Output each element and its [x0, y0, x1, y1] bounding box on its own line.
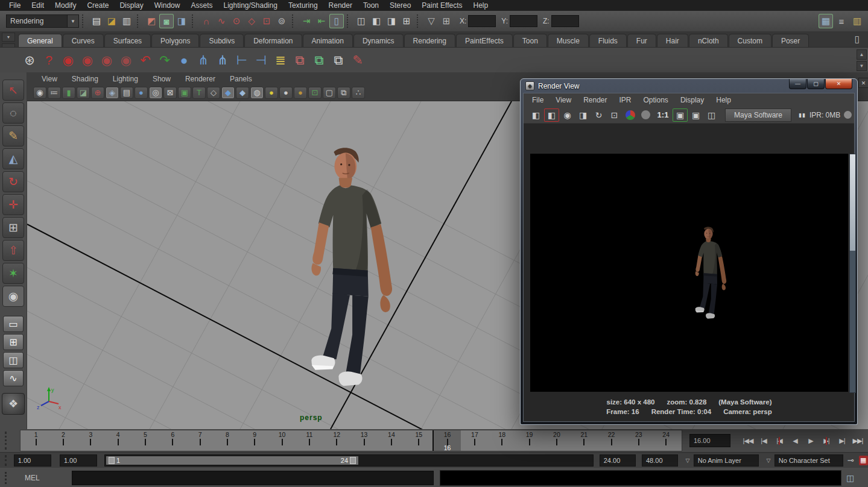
unparent-icon[interactable]: ⊣ — [252, 51, 270, 70]
frame-cell[interactable]: 19 — [516, 430, 543, 451]
z-input[interactable] — [551, 15, 579, 27]
remove-image-button[interactable]: ▣ — [688, 108, 703, 122]
anim-layer-field[interactable]: No Anim Layer — [694, 454, 759, 467]
shelf-tab[interactable]: Hair — [657, 34, 688, 47]
menu-item[interactable]: Window — [149, 0, 186, 11]
region-render-button[interactable]: ⊡ — [607, 108, 622, 122]
step-back-frame-button[interactable]: |◀ — [756, 433, 771, 448]
redo-icon[interactable]: ↷ — [156, 51, 174, 70]
toggle-tool-settings-icon[interactable]: ≡ — [834, 14, 849, 28]
frame-cell[interactable]: 4 — [104, 430, 131, 451]
sculpt-geometry-icon[interactable]: ✎ — [349, 51, 367, 70]
film-gate-icon[interactable]: ▤ — [120, 87, 133, 99]
save-scene-icon[interactable]: ▥ — [119, 14, 134, 28]
safe-action-icon[interactable]: ▣ — [178, 87, 191, 99]
smooth-shade-icon[interactable]: ◆ — [221, 87, 235, 99]
frame-cell[interactable]: 5 — [131, 430, 159, 451]
frame-cell[interactable]: 18 — [489, 430, 516, 451]
step-back-key-button[interactable]: |◀ — [771, 433, 787, 448]
render-view-scrollbar[interactable] — [849, 154, 856, 393]
persp-graph-layout-button[interactable]: ∿ — [3, 370, 24, 386]
render-view-menu-item[interactable]: Options — [638, 96, 674, 104]
shelf-tab[interactable]: Poser — [772, 34, 809, 47]
frame-cell[interactable]: 16 16 — [432, 430, 461, 451]
frame-cell[interactable]: 15 — [405, 430, 432, 451]
close-button[interactable]: ✕ — [825, 79, 852, 89]
script-editor-icon[interactable]: ◫ — [845, 473, 855, 484]
viewport-menu-item[interactable]: Shading — [65, 75, 106, 83]
y-input[interactable] — [510, 15, 537, 27]
menu-item[interactable]: Modify — [49, 0, 81, 11]
soft-modification-tool[interactable]: ◭ — [2, 148, 24, 169]
isolate-select-icon[interactable]: ⊡ — [308, 87, 322, 99]
menu-item[interactable]: Create — [81, 0, 114, 11]
toggle-channel-box-icon[interactable]: ▥ — [850, 14, 864, 28]
menu-item[interactable]: Help — [468, 0, 494, 11]
rgb-channels-button[interactable] — [622, 108, 638, 122]
render-view-menu-item[interactable]: File — [526, 96, 550, 104]
image-plane-icon[interactable]: ◪ — [77, 87, 90, 99]
camera-attributes-icon[interactable]: ≔ — [48, 87, 61, 99]
shelf-tab[interactable]: Fur — [627, 34, 656, 47]
scale-tool[interactable]: ✛ — [2, 194, 24, 215]
wireframe-mode-icon[interactable]: ◇ — [207, 87, 220, 99]
camera-sequencer-icon[interactable]: ∴ — [352, 87, 365, 99]
shelf-tab[interactable]: Toon — [513, 34, 547, 47]
rotate-tool[interactable]: ↻ — [2, 171, 24, 192]
frame-cell[interactable]: 21 — [571, 430, 598, 451]
render-view-menu-item[interactable]: Help — [710, 96, 737, 104]
keep-image-button[interactable]: ▣ — [673, 108, 688, 122]
pane-close-icon[interactable]: ✕ — [858, 78, 868, 88]
renderer-selector[interactable]: Maya Software — [725, 108, 791, 122]
scene-preview-icon[interactable]: ⊛ — [21, 51, 39, 70]
character-set-arrow-icon[interactable]: ▽ — [764, 456, 773, 465]
frame-ruler[interactable]: 1 2 3 4 5 — [20, 430, 682, 451]
current-time-field[interactable]: 16.00 — [689, 434, 730, 447]
drag-handle[interactable] — [5, 432, 20, 450]
menu-set-selector[interactable]: Rendering ▼ — [6, 14, 79, 28]
render-view-menu-item[interactable]: IPR — [613, 96, 638, 104]
ungroup-icon[interactable]: ⋔ — [214, 51, 232, 70]
camera-roll-icon[interactable]: ◉ — [117, 51, 135, 70]
minimize-button[interactable]: — — [789, 79, 806, 89]
menu-item[interactable]: File — [4, 0, 26, 11]
scroll-down-icon[interactable]: ▼ — [857, 61, 867, 71]
two-sided-lighting-icon[interactable]: ● — [294, 87, 307, 99]
render-current-frame-button[interactable]: ◧ — [528, 108, 543, 122]
range-start-handle[interactable] — [109, 457, 115, 464]
flat-shade-icon[interactable]: ◆ — [236, 87, 249, 99]
snap-to-points-icon[interactable]: ⊙ — [229, 14, 244, 28]
viewport-menu-item[interactable]: Lighting — [106, 75, 145, 83]
pan-zoom-icon[interactable]: ⊕ — [91, 87, 104, 99]
character-model[interactable] — [274, 146, 398, 405]
drag-handle[interactable] — [5, 472, 10, 484]
single-pane-layout-button[interactable]: ▭ — [3, 316, 24, 332]
open-scene-icon[interactable]: ◪ — [104, 14, 119, 28]
wireframe-on-shaded-icon[interactable]: ◈ — [106, 87, 119, 99]
snap-to-grids-icon[interactable]: ∩ — [199, 14, 214, 28]
snap-to-projected-center-icon[interactable]: ◇ — [244, 14, 259, 28]
shelf-options-icon[interactable]: ▼ — [2, 33, 15, 42]
new-scene-icon[interactable]: ▤ — [89, 14, 104, 28]
frame-cell[interactable]: 20 — [543, 430, 570, 451]
frame-cell[interactable]: 13 — [350, 430, 378, 451]
frame-cell[interactable]: 8 — [214, 430, 241, 451]
shelf-tab[interactable]: Muscle — [548, 34, 589, 47]
render-view-menu-item[interactable]: Display — [674, 96, 710, 104]
snap-to-curves-icon[interactable]: ∿ — [214, 14, 229, 28]
step-forward-key-button[interactable]: ▶| — [819, 433, 834, 448]
help-icon[interactable]: ? — [40, 51, 58, 70]
selection-mask-icon[interactable]: ⊞ — [439, 14, 454, 28]
menu-item[interactable]: Stereo — [384, 0, 416, 11]
snapshot-button[interactable]: ◉ — [560, 108, 575, 122]
duplicate-special-icon[interactable]: ⧉ — [310, 51, 328, 70]
shelf-tab[interactable]: Custom — [729, 34, 771, 47]
make-object-live-icon[interactable]: ⊚ — [274, 14, 289, 28]
group-icon[interactable]: ⋔ — [194, 51, 212, 70]
xray-icon[interactable]: ▢ — [323, 87, 336, 99]
frame-cell[interactable]: 2 — [49, 430, 77, 451]
maximize-button[interactable]: ▢ — [807, 79, 825, 89]
ipr-render-icon[interactable]: ◨ — [384, 14, 399, 28]
viewport-menu-item[interactable]: Renderer — [178, 75, 223, 83]
pause-ipr-icon[interactable]: ▮▮ — [799, 112, 806, 118]
